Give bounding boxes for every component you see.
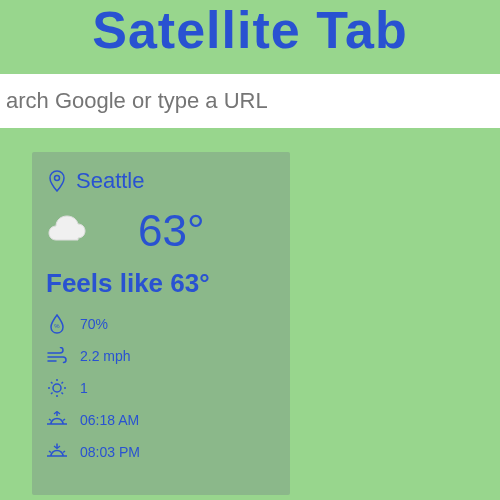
humidity-value: 70%	[80, 316, 108, 332]
uv-row: 1	[46, 377, 276, 399]
wind-icon	[46, 345, 68, 367]
svg-point-0	[55, 176, 60, 181]
sunrise-icon	[46, 409, 68, 431]
svg-line-7	[51, 382, 53, 384]
sunset-row: 08:03 PM	[46, 441, 276, 463]
location-pin-icon	[46, 170, 68, 192]
search-input[interactable]	[0, 74, 500, 128]
uv-value: 1	[80, 380, 88, 396]
weather-card: Seattle 63° Feels like 63° % 70% 2.2 mp	[32, 152, 290, 495]
svg-line-9	[51, 393, 53, 395]
svg-line-10	[62, 382, 64, 384]
humidity-row: % 70%	[46, 313, 276, 335]
svg-line-13	[49, 419, 51, 421]
svg-line-14	[63, 419, 65, 421]
humidity-icon: %	[46, 313, 68, 335]
svg-text:%: %	[54, 323, 60, 329]
svg-line-17	[49, 451, 51, 453]
svg-line-18	[63, 451, 65, 453]
sunset-icon	[46, 441, 68, 463]
wind-row: 2.2 mph	[46, 345, 276, 367]
sunset-value: 08:03 PM	[80, 444, 140, 460]
location-row[interactable]: Seattle	[46, 168, 276, 194]
svg-line-8	[62, 393, 64, 395]
uv-icon	[46, 377, 68, 399]
feels-like-label: Feels like 63°	[46, 268, 276, 299]
page-title: Satellite Tab	[0, 0, 500, 74]
temperature-row: 63°	[46, 206, 276, 256]
svg-point-2	[53, 384, 61, 392]
sunrise-row: 06:18 AM	[46, 409, 276, 431]
sunrise-value: 06:18 AM	[80, 412, 139, 428]
cloud-icon	[46, 214, 88, 248]
temperature-value: 63°	[138, 206, 205, 256]
location-name: Seattle	[76, 168, 145, 194]
wind-value: 2.2 mph	[80, 348, 131, 364]
